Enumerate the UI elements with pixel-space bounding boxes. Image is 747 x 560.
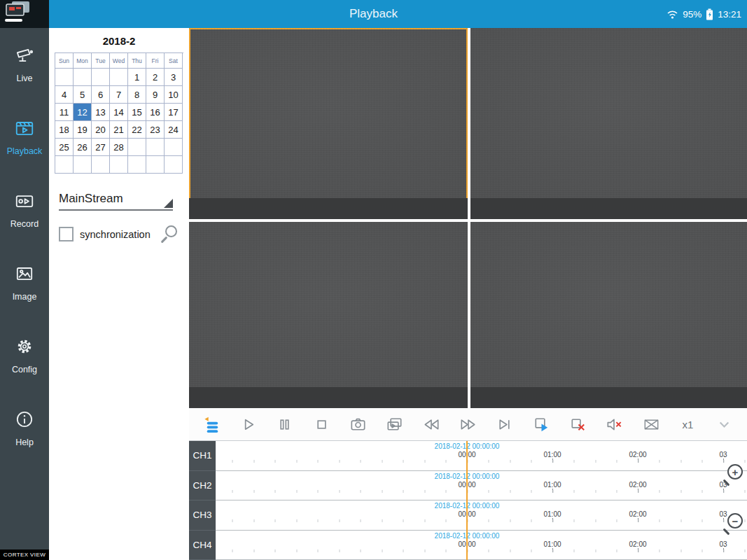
record-clip-icon [384,414,405,435]
calendar-empty-cell [110,156,128,174]
calendar-day[interactable]: 16 [146,104,165,121]
help-icon [14,409,35,430]
hour-label: 01:00 [543,510,561,518]
calendar-day[interactable]: 13 [92,104,110,121]
calendar-day[interactable]: 8 [128,86,146,104]
calendar-day[interactable]: 24 [165,121,183,139]
synchronization-checkbox[interactable] [59,227,74,241]
hour-label: 02:00 [629,540,646,548]
calendar-day[interactable]: 25 [55,139,74,156]
speed-button[interactable]: x1 [676,413,699,435]
record-clip-button[interactable] [384,413,406,435]
calendar-weekday: Fri [146,53,165,69]
timeline-row: CH32018-02-12 00:00:0000:0001:0002:0003 [189,500,747,531]
calendar-day[interactable]: 27 [92,139,110,156]
sidebar-item-live[interactable]: Live [0,45,49,118]
collapse-toolbar-button[interactable] [713,413,736,435]
fast-forward-icon [458,414,478,435]
calendar-day[interactable]: 17 [165,104,183,121]
video-panel-1[interactable] [189,28,468,219]
synchronization-label: synchronization [80,229,151,240]
calendar-day[interactable]: 12 [74,104,92,121]
record-icon [14,190,35,211]
sidebar-item-config[interactable]: Config [0,336,49,409]
calendar-day[interactable]: 10 [165,86,183,104]
mute-icon [604,414,624,435]
stop-all-button[interactable] [566,413,589,435]
calendar-empty-cell [110,69,128,86]
sidebar-item-record[interactable]: Record [0,190,49,263]
hour-label: 01:00 [543,481,561,489]
video-panel-4[interactable] [470,222,747,408]
calendar-day[interactable]: 11 [55,104,74,121]
calendar-day[interactable]: 2 [146,69,165,86]
play-icon [238,414,258,435]
stream-type-selector[interactable]: MainStream [59,192,173,211]
video-panel-2[interactable] [470,28,747,219]
rewind-button[interactable] [420,413,442,435]
calendar-day[interactable]: 9 [146,86,165,104]
main-area: x1 CH12018-02-12 00:00:0000:0001:0002:00… [189,28,747,560]
calendar-day[interactable]: 23 [146,121,165,139]
calendar-day[interactable]: 14 [110,104,128,121]
calendar-day[interactable]: 18 [55,121,74,139]
sidebar-item-playback[interactable]: Playback [0,118,49,190]
brand-label: CORTEX VIEW [0,550,49,560]
calendar-day[interactable]: 28 [110,139,128,156]
minor-ticks [216,460,747,463]
clock: 13:21 [718,9,741,20]
calendar-day[interactable]: 20 [92,121,110,139]
battery-percent: 95% [683,9,701,20]
video-panel-3[interactable] [189,222,468,408]
playhead-line[interactable] [466,441,468,560]
battery-charging-icon [706,8,713,20]
calendar-day[interactable]: 15 [128,104,146,121]
channel-label: CH4 [189,531,216,560]
play-all-button[interactable] [530,413,552,435]
zoom-in-icon: + [727,464,743,479]
timeline-zoom-out-button[interactable]: − [722,513,743,534]
calendar-day[interactable]: 26 [74,139,92,156]
timeline-rows: CH12018-02-12 00:00:0000:0001:0002:0003C… [189,441,747,560]
hour-label: 01:00 [543,451,561,458]
calendar-day[interactable]: 7 [110,86,128,104]
search-button[interactable] [159,225,178,244]
calendar-day[interactable]: 1 [128,69,146,86]
stop-all-icon [568,414,588,435]
calendar-day[interactable]: 4 [55,86,74,104]
image-icon [14,263,35,284]
play-button[interactable] [237,413,259,435]
sidebar-item-help[interactable]: Help [0,409,49,482]
stretch-button[interactable] [640,413,662,435]
timeline-track[interactable]: 2018-02-12 00:00:0000:0001:0002:0003 [216,500,747,531]
timeline-zoom-in-button[interactable]: + [722,464,743,485]
calendar-empty-cell [74,156,92,174]
timeline-track[interactable]: 2018-02-12 00:00:0000:0001:0002:0003 [216,531,747,560]
pause-button[interactable] [274,413,296,435]
sidebar-item-image[interactable]: Image [0,263,49,336]
calendar-empty-cell [92,156,110,174]
sync-row: synchronization [59,225,178,244]
timeline-track[interactable]: 2018-02-12 00:00:0000:0001:0002:0003 [216,471,747,501]
stop-button[interactable] [310,413,333,435]
snapshot-button[interactable] [347,413,369,435]
calendar-empty-cell [92,69,110,86]
live-camera-icon [14,45,35,66]
calendar-day[interactable]: 5 [74,86,92,104]
calendar-day[interactable]: 6 [92,86,110,104]
menu-button[interactable] [0,0,49,28]
calendar-day[interactable]: 3 [165,69,183,86]
file-list-button[interactable] [200,413,223,435]
page-title: Playback [0,0,747,28]
calendar-day[interactable]: 22 [128,121,146,139]
sidebar-item-label: Image [13,292,37,302]
fast-forward-button[interactable] [456,413,479,435]
timeline-row: CH12018-02-12 00:00:0000:0001:0002:0003 [189,441,747,471]
frame-step-button[interactable] [494,413,516,435]
calendar-day[interactable]: 21 [110,121,128,139]
mute-button[interactable] [603,413,626,435]
calendar-weekday: Thu [128,53,146,69]
file-list-icon [202,414,222,435]
calendar-day[interactable]: 19 [74,121,92,139]
timeline-track[interactable]: 2018-02-12 00:00:0000:0001:0002:0003 [216,441,747,471]
